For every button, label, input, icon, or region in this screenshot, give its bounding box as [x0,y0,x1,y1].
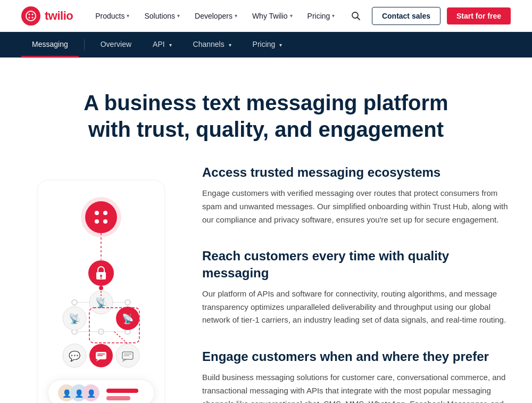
feature-reach-heading: Reach customers every time with quality … [202,248,511,281]
svg-text:👤: 👤 [62,389,72,398]
svg-point-12 [95,219,99,224]
subnav-channels[interactable]: Channels ▾ [182,32,242,57]
header-right: Contact sales Start for free [346,6,511,26]
nav-solutions[interactable]: Solutions ▾ [138,7,186,24]
subnav-overview[interactable]: Overview [90,32,142,57]
right-content: Access trusted messaging ecosystems Enga… [202,164,511,403]
content-area: 📡 📡 📡 💬 [0,164,532,403]
svg-point-0 [26,11,36,21]
search-button[interactable] [346,6,365,26]
subnav-pricing-chevron-icon: ▾ [279,42,282,48]
hero-section: A business text messaging platform with … [53,57,479,164]
subnav-items: Messaging Overview API ▾ Channels ▾ Pric… [21,32,293,57]
main-nav: Products ▾ Solutions ▾ Developers ▾ Why … [89,7,341,24]
svg-line-6 [357,17,360,20]
api-chevron-icon: ▾ [169,42,172,48]
subnav-api[interactable]: API ▾ [142,32,182,57]
feature-engage-heading: Engage customers when and where they pre… [202,348,511,365]
search-icon [351,11,361,21]
developers-chevron-icon: ▾ [235,13,237,19]
svg-text:💬: 💬 [69,350,81,362]
svg-point-13 [103,219,107,224]
feature-engage-body: Build business messaging solutions for c… [202,371,511,403]
channels-chevron-icon: ▾ [229,42,231,48]
main-content: A business text messaging platform with … [0,57,532,403]
subnav-pricing[interactable]: Pricing ▾ [242,32,293,57]
svg-rect-59 [106,396,130,400]
subnav-messaging[interactable]: Messaging [21,32,79,57]
logo-text: twilio [45,9,73,23]
svg-point-4 [32,17,34,18]
logo[interactable]: twilio [21,6,73,26]
hero-title: A business text messaging platform with … [74,89,458,143]
nav-pricing[interactable]: Pricing ▾ [301,7,342,24]
nav-why-twilio[interactable]: Why Twilio ▾ [246,7,299,24]
why-twilio-chevron-icon: ▾ [290,13,293,19]
svg-text:📡: 📡 [69,313,81,325]
pricing-chevron-icon: ▾ [332,13,335,19]
nav-developers[interactable]: Developers ▾ [188,7,244,24]
svg-point-3 [29,17,30,18]
svg-text:📡: 📡 [95,297,107,309]
svg-text:👤: 👤 [87,389,96,398]
subnav-separator [84,39,85,50]
svg-text:👤: 👤 [74,389,84,398]
start-for-free-button[interactable]: Start for free [447,7,511,24]
svg-point-2 [32,13,34,15]
svg-point-17 [100,275,102,277]
svg-text:📡: 📡 [122,313,134,325]
feature-reach: Reach customers every time with quality … [202,248,511,327]
feature-access-body: Engage customers with verified messaging… [202,187,511,226]
left-illustration: 📡 📡 📡 💬 [21,164,181,403]
messaging-illustration: 📡 📡 📡 💬 [32,175,170,403]
feature-reach-body: Our platform of APIs and software for co… [202,287,511,327]
header: twilio Products ▾ Solutions ▾ Developers… [0,0,532,32]
svg-point-11 [103,211,107,215]
products-chevron-icon: ▾ [127,13,129,19]
svg-point-10 [95,211,99,215]
contact-sales-button[interactable]: Contact sales [372,7,440,25]
twilio-logo-icon [21,6,40,26]
svg-point-1 [29,13,30,15]
svg-rect-58 [106,389,138,393]
subnav: Messaging Overview API ▾ Channels ▾ Pric… [0,32,532,57]
header-left: twilio Products ▾ Solutions ▾ Developers… [21,6,341,26]
feature-access-heading: Access trusted messaging ecosystems [202,164,511,180]
feature-access: Access trusted messaging ecosystems Enga… [202,164,511,226]
nav-products[interactable]: Products ▾ [89,7,136,24]
feature-engage: Engage customers when and where they pre… [202,348,511,403]
svg-point-9 [85,201,117,233]
solutions-chevron-icon: ▾ [177,13,180,19]
